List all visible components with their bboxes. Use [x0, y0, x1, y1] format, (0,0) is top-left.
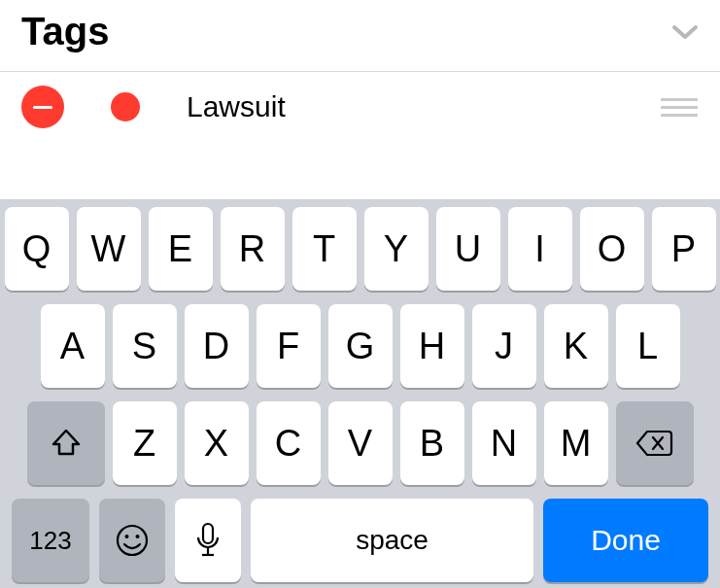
- key-q[interactable]: Q: [5, 207, 69, 291]
- keyboard-row-2: A S D F G H J K L: [4, 304, 716, 388]
- key-y[interactable]: Y: [364, 207, 429, 291]
- key-i[interactable]: I: [508, 207, 572, 291]
- key-h[interactable]: H: [400, 304, 464, 388]
- key-g[interactable]: G: [328, 304, 393, 388]
- key-a[interactable]: A: [41, 304, 105, 388]
- numbers-key[interactable]: 123: [12, 499, 89, 582]
- shift-key[interactable]: [27, 401, 105, 485]
- key-k[interactable]: K: [544, 304, 608, 388]
- keyboard-row-4: 123 space Done: [4, 499, 716, 582]
- svg-rect-3: [203, 524, 213, 543]
- key-z[interactable]: Z: [113, 401, 177, 485]
- key-n[interactable]: N: [472, 401, 536, 485]
- svg-point-1: [125, 535, 129, 538]
- reorder-handle-icon[interactable]: [660, 98, 699, 117]
- key-o[interactable]: O: [580, 207, 644, 291]
- key-v[interactable]: V: [328, 401, 393, 485]
- emoji-key[interactable]: [99, 499, 165, 582]
- keyboard-row-3: Z X C V B N M: [4, 401, 716, 485]
- minus-icon: [33, 106, 52, 109]
- key-e[interactable]: E: [149, 207, 213, 291]
- key-f[interactable]: F: [257, 304, 321, 388]
- tag-row: [0, 72, 720, 142]
- key-p[interactable]: P: [652, 207, 716, 291]
- key-j[interactable]: J: [472, 304, 536, 388]
- key-c[interactable]: C: [257, 401, 321, 485]
- backspace-key[interactable]: [616, 401, 694, 485]
- keyboard-row-1: Q W E R T Y U I O P: [4, 207, 716, 291]
- keyboard: Q W E R T Y U I O P A S D F G H J K L Z …: [0, 199, 720, 588]
- key-s[interactable]: S: [113, 304, 177, 388]
- collapse-chevron-icon[interactable]: [671, 18, 699, 46]
- key-d[interactable]: D: [185, 304, 249, 388]
- key-t[interactable]: T: [292, 207, 357, 291]
- svg-point-2: [136, 535, 140, 538]
- key-b[interactable]: B: [400, 401, 464, 485]
- key-u[interactable]: U: [436, 207, 500, 291]
- svg-point-0: [118, 526, 147, 555]
- page-title: Tags: [21, 10, 109, 53]
- key-m[interactable]: M: [544, 401, 608, 485]
- space-key[interactable]: space: [251, 499, 533, 582]
- header: Tags: [0, 0, 720, 72]
- key-l[interactable]: L: [616, 304, 680, 388]
- tag-color-dot[interactable]: [111, 92, 140, 121]
- tag-name-input[interactable]: [187, 90, 638, 123]
- dictation-key[interactable]: [175, 499, 241, 582]
- key-x[interactable]: X: [185, 401, 249, 485]
- key-r[interactable]: R: [221, 207, 285, 291]
- key-w[interactable]: W: [77, 207, 141, 291]
- delete-tag-button[interactable]: [21, 86, 64, 128]
- done-key[interactable]: Done: [543, 499, 708, 582]
